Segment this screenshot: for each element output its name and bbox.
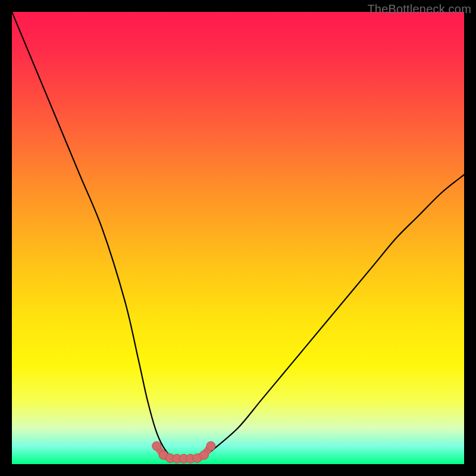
chart-frame: TheBottleneck.com — [0, 0, 476, 476]
marker-dot — [200, 450, 209, 459]
bottleneck-curve — [12, 12, 464, 459]
curve-svg — [12, 12, 464, 464]
marker-dot — [206, 441, 215, 450]
marker-dot — [152, 441, 161, 450]
plot-area — [12, 12, 464, 464]
watermark-text: TheBottleneck.com — [367, 2, 471, 16]
